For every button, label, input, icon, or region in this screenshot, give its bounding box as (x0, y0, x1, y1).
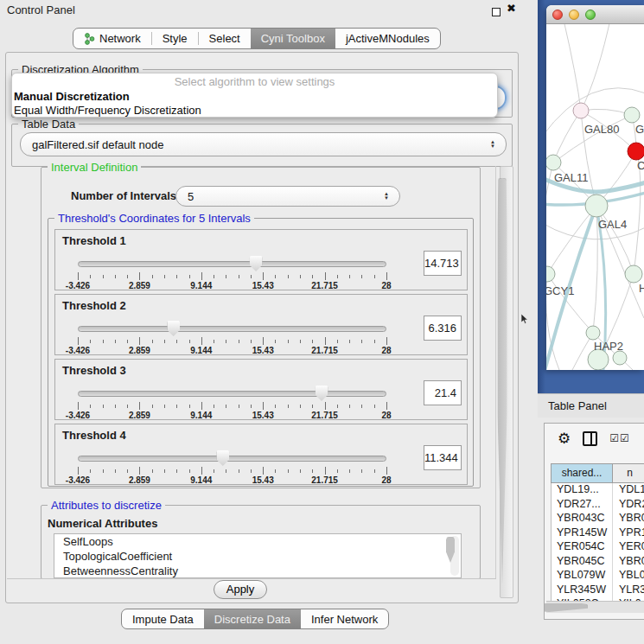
number-of-intervals-combobox[interactable]: 5 ▲▼ (175, 186, 400, 207)
tick-mark (374, 275, 375, 278)
list-scrollbar[interactable] (450, 536, 459, 576)
tick-mark (239, 469, 239, 473)
table-row[interactable]: YBR043CYBR0 (552, 512, 644, 526)
slider-track[interactable] (78, 456, 386, 462)
cell-name[interactable]: YDL1 (613, 483, 644, 498)
cell-shared-name[interactable]: YDL19... (552, 483, 613, 498)
threshold-value-field[interactable]: 21.4 (424, 380, 462, 405)
slider-track[interactable] (78, 326, 386, 332)
table-hscrollbar-thumb[interactable] (544, 603, 588, 612)
tick-mark (78, 402, 79, 410)
node-gal80[interactable] (573, 103, 589, 118)
tab-discretize-data[interactable]: Discretize Data (204, 609, 301, 628)
cell-shared-name[interactable]: YLR345W (552, 583, 613, 598)
attribute-list-item[interactable]: TopologicalCoefficient (54, 549, 461, 564)
network-nodes[interactable] (546, 103, 644, 370)
table-row[interactable]: YBL079WYBL0 (552, 569, 644, 583)
threshold-slider[interactable]: -3.4262.8599.14415.4321.71528 (78, 319, 386, 354)
slider-thumb[interactable] (250, 256, 263, 271)
table-row[interactable]: YBR045CYBR0 (552, 555, 644, 570)
table-row[interactable]: YDL19...YDL1 (552, 483, 644, 498)
table-toolbar: ⚙ ☑☑ (545, 424, 644, 453)
cell-shared-name[interactable]: YER054C (552, 540, 613, 555)
cell-name[interactable]: YPR1 (613, 526, 644, 541)
tab-select[interactable]: Select (199, 29, 251, 48)
node[interactable] (624, 107, 640, 123)
tab-infer-network[interactable]: Infer Network (301, 609, 388, 628)
attr-items-container: SelfLoopsTopologicalCoefficientBetweenne… (54, 534, 461, 578)
network-canvas[interactable]: GAL80 GAL11 GAL4 GCY1 HAP2 GA C H (546, 24, 644, 370)
apply-button[interactable]: Apply (214, 580, 267, 599)
threshold-slider[interactable]: -3.4262.8599.14415.4321.71528 (78, 449, 386, 483)
network-window-titlebar[interactable] (546, 5, 644, 24)
popup-option-equal-width-frequency[interactable]: Equal Width/Frequency Discretization (12, 104, 497, 118)
slider-thumb[interactable] (167, 321, 180, 336)
cell-shared-name[interactable]: YBR045C (552, 555, 613, 570)
zoom-traffic-light[interactable] (585, 10, 596, 20)
threshold-slider[interactable]: -3.4262.8599.14415.4321.71528 (78, 254, 386, 289)
tick-mark (103, 340, 104, 343)
table-hscrollbar[interactable] (546, 601, 644, 613)
cell-name[interactable]: YBL0 (613, 569, 644, 583)
threshold-slider[interactable]: -3.4262.8599.14415.4321.71528 (78, 384, 386, 418)
cell-name[interactable]: YDR2 (613, 498, 644, 513)
table-data-combobox[interactable]: galFiltered.sif default node ▲▼ (20, 132, 507, 156)
table-row[interactable]: YPR145WYPR1 (552, 526, 644, 541)
threshold-value-field[interactable]: 14.713 (424, 251, 462, 276)
table-header-row: shared... n (551, 463, 644, 483)
popup-option-manual-discretization[interactable]: Manual Discretization (12, 90, 497, 104)
close-icon[interactable]: ✖ (507, 2, 516, 15)
tab-impute-data[interactable]: Impute Data (122, 609, 204, 628)
table-row[interactable]: YDR27...YDR2 (552, 498, 644, 513)
tick-mark (337, 340, 338, 343)
column-header-name[interactable]: n (613, 464, 644, 482)
cell-shared-name[interactable]: YBR043C (552, 512, 613, 526)
slider-thumb[interactable] (316, 386, 328, 401)
attribute-list-item[interactable]: BetweennessCentrality (54, 564, 461, 578)
node-gal4[interactable] (585, 194, 608, 217)
attribute-list-item[interactable]: SelfLoops (54, 534, 461, 549)
column-header-shared-name[interactable]: shared... (552, 464, 613, 482)
float-window-icon[interactable] (492, 8, 501, 16)
panel-title: Control Panel (7, 3, 75, 16)
node-gal11[interactable] (546, 155, 561, 170)
tick-mark (164, 340, 165, 343)
cell-name[interactable]: YBR0 (613, 512, 644, 526)
slider-track[interactable] (78, 261, 386, 267)
panel-scrollbar-thumb[interactable] (498, 178, 507, 584)
panel-scrollbar[interactable] (500, 166, 513, 598)
node-label: GAL11 (554, 171, 589, 184)
table-row[interactable]: YER054CYER0 (552, 540, 644, 555)
columns-icon[interactable] (583, 431, 597, 446)
tab-network[interactable]: Network (73, 29, 151, 48)
cell-shared-name[interactable]: YPR145W (552, 526, 613, 541)
numerical-attributes-list[interactable]: SelfLoopsTopologicalCoefficientBetweenne… (54, 533, 462, 578)
tab-cyni-toolbox[interactable]: Cyni Toolbox (251, 29, 335, 48)
cell-name[interactable]: YLR3 (613, 583, 644, 598)
node[interactable] (613, 351, 627, 365)
cell-shared-name[interactable]: YBL079W (552, 569, 613, 583)
slider-thumb[interactable] (216, 450, 229, 466)
node-gcy1[interactable] (546, 266, 555, 282)
node-hap2[interactable] (586, 326, 600, 340)
close-traffic-light[interactable] (552, 10, 563, 20)
cell-shared-name[interactable]: YDR27... (552, 498, 613, 513)
minimize-traffic-light[interactable] (569, 10, 579, 20)
cell-name[interactable]: YER0 (613, 540, 644, 555)
cell-name[interactable]: YBR0 (613, 555, 644, 570)
node-selected-red[interactable] (628, 143, 644, 160)
slider-track[interactable] (78, 391, 386, 397)
tab-jactivemnodules[interactable]: jActiveMNodules (335, 29, 440, 48)
tick-mark (325, 467, 326, 475)
gear-icon[interactable]: ⚙ (558, 430, 571, 448)
tick-mark (361, 469, 362, 473)
table-row[interactable]: YLR345WYLR3 (552, 583, 644, 598)
tick-label: 15.43 (252, 281, 274, 290)
network-view-window[interactable]: GAL80 GAL11 GAL4 GCY1 HAP2 GA C H (546, 5, 644, 370)
tab-style[interactable]: Style (152, 29, 198, 48)
tab-label: Discretize Data (214, 613, 290, 626)
select-columns-icons[interactable]: ☑☑ (609, 432, 630, 444)
node[interactable] (625, 265, 642, 283)
threshold-value-field[interactable]: 6.316 (424, 316, 462, 341)
threshold-value-field[interactable]: 11.344 (424, 445, 462, 470)
